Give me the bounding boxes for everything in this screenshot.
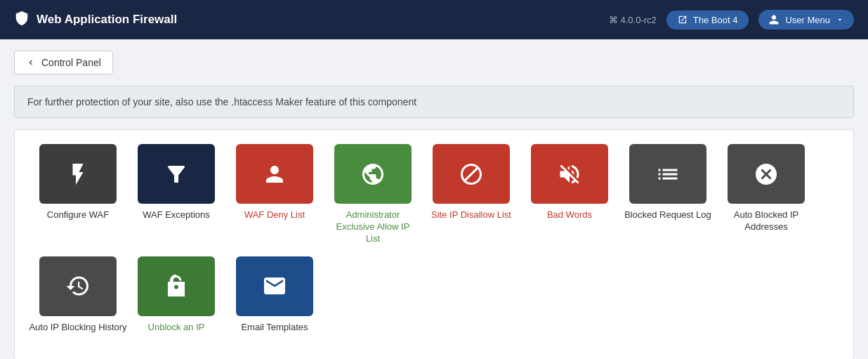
header: Web Application Firewall ⌘ 4.0.0-rc2 The… xyxy=(0,0,868,39)
app-title-area: Web Application Firewall xyxy=(14,11,177,30)
admin-exclusive-allow-item[interactable]: Administrator Exclusive Allow IP List xyxy=(324,144,422,245)
chevron-down-icon xyxy=(836,15,844,24)
auto-ip-blocking-history-item[interactable]: Auto IP Blocking History xyxy=(29,256,127,334)
globe-icon xyxy=(360,162,386,187)
bad-words-item[interactable]: Bad Words xyxy=(520,144,619,245)
admin-exclusive-allow-icon-box xyxy=(334,144,412,204)
unblock-ip-icon-box xyxy=(138,256,215,316)
history-icon xyxy=(65,273,91,299)
user-block-icon xyxy=(262,162,287,187)
blocked-request-log-label: Blocked Request Log xyxy=(624,209,711,221)
mute-icon xyxy=(557,162,582,187)
waf-deny-list-label: WAF Deny List xyxy=(244,209,305,221)
configure-waf-item[interactable]: Configure WAF xyxy=(29,144,127,245)
email-templates-label: Email Templates xyxy=(241,322,308,334)
app-title: Web Application Firewall xyxy=(37,13,177,27)
x-circle-icon xyxy=(754,162,779,187)
info-banner: For further protection of your site, als… xyxy=(14,86,854,118)
icon-grid: Configure WAF WAF Exceptions WAF Deny Li… xyxy=(29,144,839,345)
control-panel-button[interactable]: Control Panel xyxy=(14,51,113,74)
list-icon xyxy=(655,162,680,187)
unlock-icon xyxy=(164,273,189,299)
site-ip-disallow-icon-box xyxy=(433,144,510,204)
site-ip-disallow-label: Site IP Disallow List xyxy=(431,209,511,221)
unblock-ip-label: Unblock an IP xyxy=(148,322,205,334)
site-ip-disallow-item[interactable]: Site IP Disallow List xyxy=(422,144,520,245)
bolt-icon xyxy=(65,162,91,187)
auto-ip-blocking-history-label: Auto IP Blocking History xyxy=(29,322,126,334)
info-banner-text: For further protection of your site, als… xyxy=(27,96,416,107)
ban-icon xyxy=(459,162,484,187)
email-templates-icon-box xyxy=(236,256,313,316)
email-templates-item[interactable]: Email Templates xyxy=(225,256,324,334)
breadcrumb-label: Control Panel xyxy=(41,57,101,68)
auto-blocked-ip-icon-box xyxy=(728,144,805,204)
site-button-label: The Boot 4 xyxy=(693,15,738,25)
configure-waf-icon-box xyxy=(39,144,117,204)
admin-exclusive-allow-label: Administrator Exclusive Allow IP List xyxy=(331,209,415,245)
main-card: Configure WAF WAF Exceptions WAF Deny Li… xyxy=(14,129,854,359)
waf-deny-list-icon-box xyxy=(236,144,313,204)
waf-exceptions-icon-box xyxy=(138,144,215,204)
user-menu-button[interactable]: User Menu xyxy=(758,10,854,30)
unblock-ip-item[interactable]: Unblock an IP xyxy=(127,256,225,334)
auto-blocked-ip-item[interactable]: Auto Blocked IP Addresses xyxy=(717,144,815,245)
content-area: Control Panel For further protection of … xyxy=(0,39,868,359)
blocked-request-log-icon-box xyxy=(629,144,706,204)
waf-exceptions-item[interactable]: WAF Exceptions xyxy=(127,144,225,245)
email-icon xyxy=(262,273,287,299)
shield-icon xyxy=(14,11,29,30)
configure-waf-label: Configure WAF xyxy=(47,209,109,221)
auto-blocked-ip-label: Auto Blocked IP Addresses xyxy=(717,209,815,233)
filter-icon xyxy=(164,162,189,187)
waf-exceptions-label: WAF Exceptions xyxy=(143,209,210,221)
waf-deny-list-item[interactable]: WAF Deny List xyxy=(225,144,324,245)
header-right: ⌘ 4.0.0-rc2 The Boot 4 User Menu xyxy=(609,10,854,30)
blocked-request-log-item[interactable]: Blocked Request Log xyxy=(619,144,717,245)
version-label: ⌘ 4.0.0-rc2 xyxy=(609,15,657,25)
site-button[interactable]: The Boot 4 xyxy=(666,11,749,30)
auto-ip-blocking-history-icon-box xyxy=(39,256,117,316)
chevron-left-icon xyxy=(26,58,36,67)
bad-words-label: Bad Words xyxy=(547,209,592,221)
bad-words-icon-box xyxy=(531,144,608,204)
user-menu-label: User Menu xyxy=(785,15,830,25)
